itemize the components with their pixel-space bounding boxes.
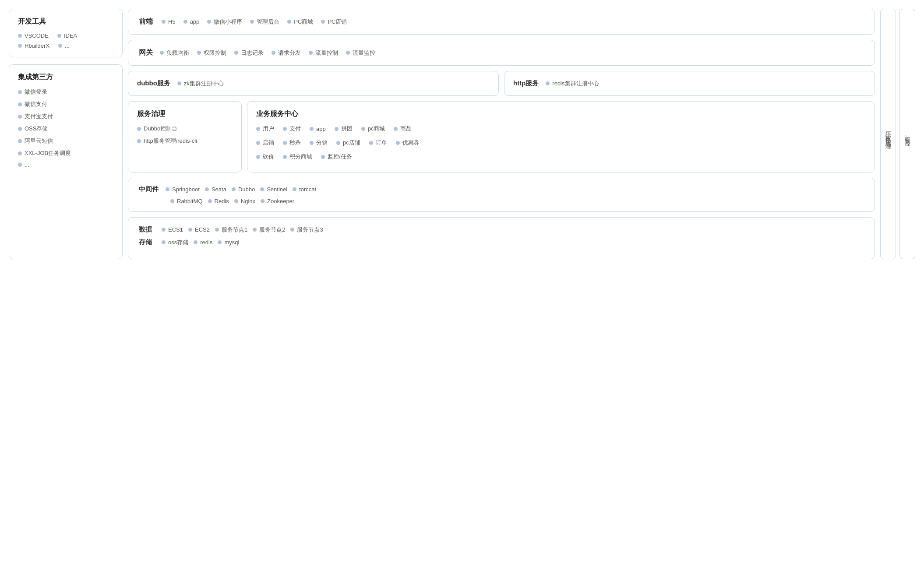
frontend-item-pcmall: PC商城 bbox=[287, 18, 313, 26]
dot-icon bbox=[361, 127, 365, 131]
devtools-item-more: ... bbox=[58, 42, 70, 49]
mw-rabbitmq: RabbitMQ bbox=[170, 198, 203, 204]
dot-icon bbox=[57, 34, 61, 38]
dot-icon bbox=[162, 228, 166, 232]
dot-icon bbox=[183, 20, 187, 24]
business-title: 业务服务中心 bbox=[256, 109, 866, 119]
middleware-row1: 中间件 Springboot Seata Dubbo Sentinel bbox=[139, 185, 864, 193]
frontend-item-admin: 管理后台 bbox=[250, 18, 279, 26]
mw-sentinel: Sentinel bbox=[260, 186, 287, 193]
biz-item-app: app bbox=[310, 125, 326, 133]
frontend-card: 前端 H5 app 微信小程序 管理后台 bbox=[128, 9, 875, 35]
dot-icon bbox=[321, 155, 325, 159]
biz-item-coupon: 优惠券 bbox=[396, 139, 420, 147]
dot-icon bbox=[256, 141, 260, 145]
dot-icon bbox=[215, 228, 219, 232]
frontend-item-app: app bbox=[183, 18, 200, 25]
thirdparty-title: 集成第三方 bbox=[18, 73, 113, 82]
dot-icon bbox=[346, 51, 350, 55]
dot-icon bbox=[58, 44, 62, 48]
biz-item-points: 积分商城 bbox=[283, 153, 312, 161]
dot-icon bbox=[177, 81, 181, 85]
dot-icon bbox=[396, 141, 400, 145]
dot-icon bbox=[394, 127, 398, 131]
biz-item-pay: 支付 bbox=[283, 125, 301, 133]
biz-item-pcshop: pc店铺 bbox=[336, 139, 360, 147]
governance-title: 服务治理 bbox=[137, 109, 233, 119]
dot-icon bbox=[137, 127, 141, 131]
dot-icon bbox=[310, 141, 314, 145]
frontend-label: 前端 bbox=[139, 17, 153, 26]
storage-oss: oss存储 bbox=[162, 239, 188, 246]
dot-icon bbox=[309, 51, 313, 55]
mw-redis: Redis bbox=[208, 198, 229, 204]
gateway-item-2: 日志记录 bbox=[234, 49, 264, 57]
data-node2: 服务节点2 bbox=[253, 226, 285, 234]
dot-icon bbox=[256, 127, 260, 131]
dot-icon bbox=[232, 187, 236, 191]
biz-item-flash: 秒杀 bbox=[283, 139, 301, 147]
frontend-item-pcshop: PC店铺 bbox=[321, 18, 347, 26]
frontend-items: H5 app 微信小程序 管理后台 PC商城 bbox=[162, 18, 347, 26]
governance-item-1: http服务管理/redis-cli bbox=[137, 137, 233, 145]
thirdparty-item-2: 支付宝支付 bbox=[18, 113, 113, 120]
dot-icon bbox=[188, 228, 192, 232]
middleware-card: 中间件 Springboot Seata Dubbo Sentinel bbox=[128, 178, 875, 212]
dot-icon bbox=[208, 199, 212, 203]
center-column: 前端 H5 app 微信小程序 管理后台 bbox=[128, 9, 875, 259]
biz-item-user: 用户 bbox=[256, 125, 274, 133]
thirdparty-item-0: 微信登录 bbox=[18, 88, 113, 96]
dot-icon bbox=[287, 20, 291, 24]
dot-icon bbox=[162, 240, 166, 244]
data-node3: 服务节点3 bbox=[290, 226, 323, 234]
dot-icon bbox=[250, 20, 254, 24]
dot-icon bbox=[194, 240, 197, 244]
storage-row: 存储 oss存储 redis mysql bbox=[139, 238, 864, 246]
dot-icon bbox=[197, 51, 201, 55]
mw-dubbo: Dubbo bbox=[232, 186, 255, 193]
http-item: redis集群注册中心 bbox=[546, 80, 599, 88]
devtools-items: VSCODE IDEA HbuilderX ... bbox=[18, 32, 113, 49]
dot-icon bbox=[253, 228, 257, 232]
thirdparty-item-4: 阿里云短信 bbox=[18, 137, 113, 145]
storage-redis: redis bbox=[194, 239, 212, 246]
gateway-item-5: 流量监控 bbox=[346, 49, 375, 57]
gateway-card: 网关 负载均衡 权限控制 日志记录 请求分发 bbox=[128, 40, 875, 66]
unified-label: 统一权限日志管理 bbox=[880, 9, 896, 259]
mw-tomcat: tomcat bbox=[293, 186, 316, 193]
dot-icon bbox=[261, 199, 265, 203]
data-ecs1: ECS1 bbox=[162, 226, 183, 233]
governance-items: Dubbo控制台 http服务管理/redis-cli bbox=[137, 125, 233, 145]
frontend-item-h5: H5 bbox=[162, 18, 176, 25]
middleware-row2: RabbitMQ Redis Nginx Zookeeper bbox=[139, 198, 864, 204]
dot-icon bbox=[293, 187, 296, 191]
datastorage-card: 数据 ECS1 ECS2 服务节点1 服务节点2 bbox=[128, 217, 875, 259]
dot-icon bbox=[310, 127, 314, 131]
mw-zookeeper: Zookeeper bbox=[261, 198, 294, 204]
data-row: 数据 ECS1 ECS2 服务节点1 服务节点2 bbox=[139, 225, 864, 234]
devtools-item-idea: IDEA bbox=[57, 32, 77, 39]
thirdparty-item-1: 微信支付 bbox=[18, 100, 113, 108]
dot-icon bbox=[137, 139, 141, 143]
dot-icon bbox=[283, 127, 287, 131]
dot-icon bbox=[166, 187, 169, 191]
dot-icon bbox=[335, 127, 339, 131]
storage-mysql: mysql bbox=[218, 239, 239, 246]
http-card: http服务 redis集群注册中心 bbox=[504, 71, 875, 96]
biz-item-pintuan: 拼团 bbox=[335, 125, 353, 133]
dubbo-item: zk集群注册中心 bbox=[177, 80, 224, 88]
mid-row: 服务治理 Dubbo控制台 http服务管理/redis-cli 业务服务中心 bbox=[128, 101, 875, 172]
dot-icon bbox=[18, 151, 22, 155]
business-card: 业务服务中心 用户 支付 app bbox=[247, 101, 875, 172]
dot-icon bbox=[18, 163, 22, 167]
thirdparty-items: 微信登录 微信支付 支付宝支付 OSS存储 阿里云短信 bbox=[18, 88, 113, 168]
gateway-item-4: 流量控制 bbox=[309, 49, 338, 57]
dot-icon bbox=[336, 141, 340, 145]
governance-card: 服务治理 Dubbo控制台 http服务管理/redis-cli bbox=[128, 101, 242, 172]
dot-icon bbox=[234, 51, 238, 55]
dot-icon bbox=[205, 187, 209, 191]
middleware-label: 中间件 bbox=[139, 185, 159, 193]
gateway-items: 负载均衡 权限控制 日志记录 请求分发 流量控制 bbox=[160, 49, 375, 57]
business-row-2: 砍价 积分商城 监控/任务 bbox=[256, 153, 866, 161]
biz-item-goods: 商品 bbox=[394, 125, 412, 133]
